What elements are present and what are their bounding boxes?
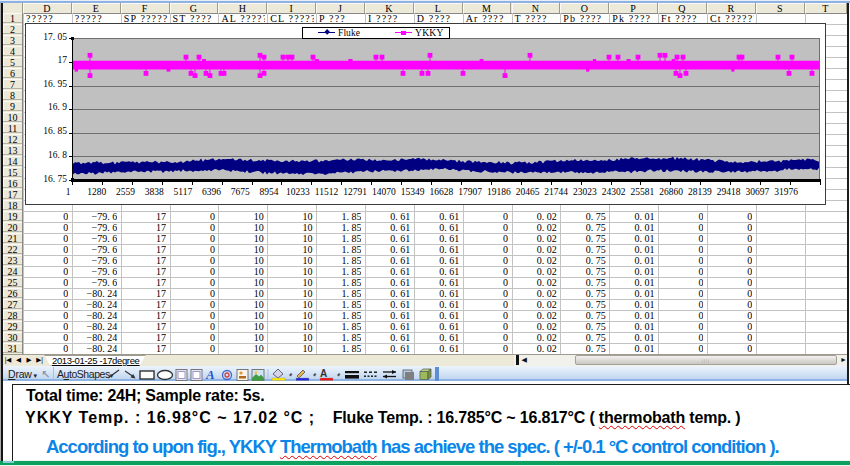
- svg-text:A: A: [205, 367, 215, 381]
- svg-text:A: A: [320, 368, 327, 379]
